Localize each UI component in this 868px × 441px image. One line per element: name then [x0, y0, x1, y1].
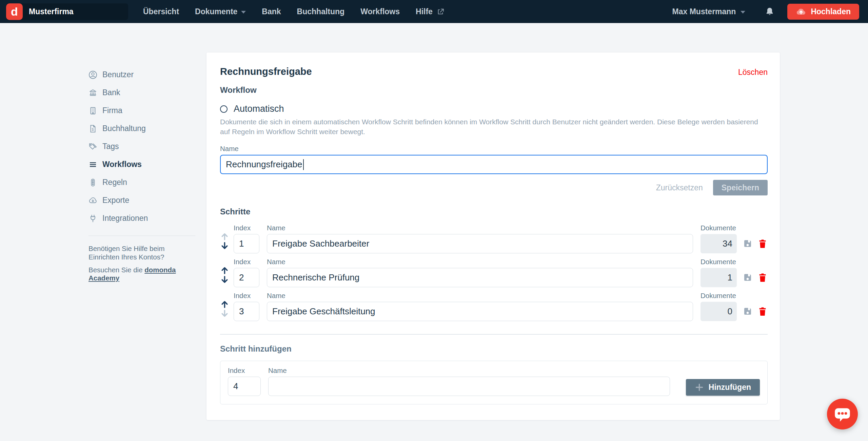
workflow-detail-card: Rechnungsfreigabe Löschen Workflow Autom… [206, 52, 780, 420]
sidebar-item-label: Benutzer [102, 70, 134, 79]
sidebar-item-buchhaltung[interactable]: $ Buchhaltung [88, 120, 206, 138]
automatic-radio[interactable]: Automatisch [220, 104, 768, 114]
nav-dokumente[interactable]: Dokumente [195, 7, 246, 16]
upload-button[interactable]: Hochladen [787, 4, 859, 20]
company-switcher[interactable]: d Musterfirma [6, 3, 128, 20]
plus-icon [695, 383, 704, 392]
sidebar-item-label: Integrationen [102, 214, 148, 223]
step-index-input[interactable] [234, 302, 259, 321]
documents-label: Dokumente [701, 258, 737, 266]
add-step-button[interactable]: Hinzufügen [686, 379, 760, 396]
delete-step-icon[interactable] [757, 272, 768, 282]
move-up-icon[interactable] [220, 300, 232, 309]
delete-workflow-link[interactable]: Löschen [738, 68, 768, 77]
nav-buchhaltung[interactable]: Buchhaltung [297, 7, 345, 16]
documents-field: Dokumente 0 [701, 292, 737, 321]
documents-label: Dokumente [701, 292, 737, 300]
index-label: Index [228, 366, 261, 375]
user-menu[interactable]: Max Mustermann [672, 7, 746, 16]
sidebar-item-workflows[interactable]: Workflows [88, 155, 206, 173]
building-icon [88, 106, 97, 115]
content: Benutzer Bank Firma $ Buchhaltung Tags W… [0, 23, 868, 420]
sidebar-item-benutzer[interactable]: Benutzer [88, 66, 206, 84]
logo-letter: d [11, 5, 18, 18]
move-down-icon[interactable] [220, 241, 232, 250]
form-actions: Zurücksetzen Speichern [220, 180, 768, 195]
move-down-icon[interactable] [220, 309, 232, 318]
sidebar-help-link-row: Besuchen Sie die domonda Academy [88, 266, 206, 282]
traffic-light-icon [88, 178, 97, 187]
help-link-prefix: Besuchen Sie die [88, 266, 144, 274]
name-field: Name [267, 224, 693, 253]
add-step-box: Index Name Hinzufügen [220, 361, 768, 404]
name-label: Name [267, 224, 693, 232]
sidebar-item-label: Tags [102, 142, 119, 151]
new-step-name-input[interactable] [268, 377, 670, 396]
index-label: Index [234, 292, 259, 300]
index-label: Index [234, 258, 259, 266]
delete-step-icon[interactable] [757, 306, 768, 316]
move-up-icon[interactable] [220, 266, 232, 275]
sidebar-item-firma[interactable]: Firma [88, 102, 206, 120]
move-down-icon[interactable] [220, 275, 232, 284]
step-row: Index Name Dokumente 1 [220, 258, 768, 287]
reorder-arrows [220, 266, 232, 284]
delete-step-icon[interactable] [757, 238, 768, 249]
sidebar-item-bank[interactable]: Bank [88, 84, 206, 102]
step-name-input[interactable] [267, 268, 693, 287]
new-step-index-input[interactable] [228, 377, 261, 396]
nav-uebersicht[interactable]: Übersicht [143, 7, 179, 16]
topbar: d Musterfirma Übersicht Dokumente Bank B… [0, 0, 868, 23]
name-field: Name [268, 366, 670, 396]
name-label: Name [267, 258, 693, 266]
cloud-upload-icon [796, 6, 806, 17]
nav-hilfe[interactable]: Hilfe [416, 7, 445, 16]
step-name-input[interactable] [267, 302, 693, 321]
move-up-icon[interactable] [220, 232, 232, 241]
documents-count: 34 [701, 234, 737, 253]
page-title: Rechnungsfreigabe [220, 66, 312, 77]
index-label: Index [234, 224, 259, 232]
notifications-bell-icon[interactable] [765, 7, 774, 16]
sidebar-item-label: Workflows [102, 160, 142, 169]
save-step-icon[interactable] [743, 306, 753, 316]
nav-workflows[interactable]: Workflows [360, 7, 400, 16]
index-field: Index [228, 366, 261, 396]
sidebar-item-regeln[interactable]: Regeln [88, 173, 206, 191]
save-step-icon[interactable] [743, 272, 753, 282]
reset-button[interactable]: Zurücksetzen [656, 183, 703, 192]
chevron-down-icon [741, 11, 745, 14]
save-button[interactable]: Speichern [713, 180, 768, 195]
company-name: Musterfirma [29, 7, 74, 16]
nav-label: Bank [262, 7, 281, 16]
sidebar-help-text: Benötigen Sie Hilfe beim Einrichten Ihre… [88, 244, 192, 261]
save-step-icon[interactable] [743, 238, 753, 249]
chat-bubble-icon [827, 399, 858, 429]
upload-button-label: Hochladen [811, 7, 851, 16]
nav-bank[interactable]: Bank [262, 7, 281, 16]
plug-icon [88, 214, 97, 223]
chevron-down-icon [241, 11, 246, 14]
name-label: Name [268, 366, 670, 375]
step-row: Index Name Dokumente 0 [220, 292, 768, 321]
reorder-arrows [220, 300, 232, 318]
tags-icon [88, 142, 97, 151]
step-index-input[interactable] [234, 234, 259, 253]
documents-field: Dokumente 1 [701, 258, 737, 287]
sidebar-item-exporte[interactable]: Exporte [88, 191, 206, 209]
sidebar-item-integrationen[interactable]: Integrationen [88, 209, 206, 227]
add-step-section-title: Schritt hinzufügen [220, 344, 768, 354]
name-field: Name [267, 292, 693, 321]
documents-count: 1 [701, 268, 737, 287]
step-index-input[interactable] [234, 268, 259, 287]
nav-label: Buchhaltung [297, 7, 345, 16]
page: d Musterfirma Übersicht Dokumente Bank B… [0, 0, 868, 420]
step-name-input[interactable] [267, 234, 693, 253]
chat-widget-button[interactable] [827, 399, 858, 429]
workflow-name-input[interactable]: Rechnungsfreigabe [220, 155, 768, 174]
svg-text:$: $ [92, 127, 94, 131]
index-field: Index [234, 292, 259, 321]
sidebar-item-tags[interactable]: Tags [88, 138, 206, 155]
steps-section-title: Schritte [220, 207, 768, 216]
index-field: Index [234, 224, 259, 253]
